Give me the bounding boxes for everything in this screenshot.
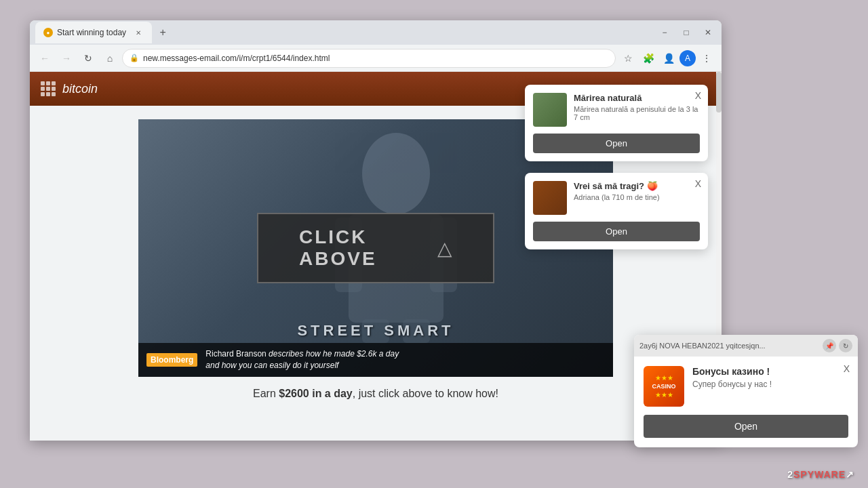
bookmark-button[interactable]: ☆ xyxy=(618,49,637,68)
new-tab-button[interactable]: + xyxy=(155,24,171,41)
popup-1-title: Mărirea naturală xyxy=(574,93,700,103)
casino-stars2-icon: ★★★ xyxy=(655,391,673,399)
reload-button[interactable]: ↻ xyxy=(79,49,98,68)
popup-3-pin-icon[interactable]: 📌 xyxy=(823,339,836,352)
svg-point-0 xyxy=(362,133,430,214)
nav-right-icons: ☆ 🧩 👤 A ⋮ xyxy=(618,49,716,68)
popup-notification-2: X Vrei să mă tragi? 🍑 Adriana (la 710 m … xyxy=(525,173,708,249)
triangle-icon: △ xyxy=(437,237,452,260)
popup-3-refresh-icon[interactable]: ↻ xyxy=(839,339,852,352)
home-button[interactable]: ⌂ xyxy=(100,49,119,68)
tab-favicon: ● xyxy=(43,28,53,37)
casino-label: CASINO xyxy=(652,383,675,390)
tab-title: Start winning today xyxy=(57,28,126,37)
popup-3-header: 2ay6j NOVA HEBAN2021 yqitcesjqn... 📌 ↻ xyxy=(634,335,858,357)
popup-3-close-button[interactable]: X xyxy=(844,363,850,374)
popup-3-text-area: Бонусы казино ! Супер бонусы у нас ! xyxy=(692,366,772,389)
bitcoin-grid-icon xyxy=(41,81,56,96)
maximize-button[interactable]: □ xyxy=(678,24,694,41)
popup-1-content: Mărirea naturală Mărirea naturală a peni… xyxy=(533,93,700,127)
browser-window: ● Start winning today ✕ + − □ ✕ ← → ↻ ⌂ … xyxy=(30,20,722,441)
popup-1-thumbnail xyxy=(533,93,567,127)
click-above-button[interactable]: CLICK ABOVE △ xyxy=(257,213,494,283)
popup-notification-3: 2ay6j NOVA HEBAN2021 yqitcesjqn... 📌 ↻ X… xyxy=(634,335,858,447)
minimize-button[interactable]: − xyxy=(656,24,673,41)
bitcoin-logo-text: bitcoin xyxy=(62,82,98,96)
navigation-bar: ← → ↻ ⌂ 🔒 new.messages-email.com/i/m/crp… xyxy=(30,45,722,72)
popup-3-body: X ★★★ CASINO ★★★ Бонусы казино ! Супер б… xyxy=(634,357,858,447)
popup-2-close-button[interactable]: X xyxy=(695,178,701,189)
lock-icon: 🔒 xyxy=(130,54,139,62)
popup-3-content: ★★★ CASINO ★★★ Бонусы казино ! Супер бон… xyxy=(644,366,848,407)
tab-close-button[interactable]: ✕ xyxy=(133,27,144,38)
popup-3-subtitle: Супер бонусы у нас ! xyxy=(692,380,772,389)
popup-1-text-area: Mărirea naturală Mărirea naturală a peni… xyxy=(574,93,700,121)
extensions-button[interactable]: 🧩 xyxy=(639,49,658,68)
click-above-text: CLICK ABOVE xyxy=(299,226,427,270)
popup-3-title: Бонусы казино ! xyxy=(692,366,772,377)
popup-2-thumbnail xyxy=(533,181,567,215)
menu-button[interactable]: ⋮ xyxy=(697,49,716,68)
popup-3-header-icons: 📌 ↻ xyxy=(823,339,852,352)
popup-2-title: Vrei să mă tragi? 🍑 xyxy=(574,181,660,191)
popup-3-header-text: 2ay6j NOVA HEBAN2021 yqitcesjqn... xyxy=(639,342,823,350)
casino-image: ★★★ CASINO ★★★ xyxy=(644,366,684,407)
bloomberg-bar: Bloomberg Richard Branson describes how … xyxy=(138,343,613,377)
popup-1-close-button[interactable]: X xyxy=(695,90,701,101)
street-smart-label: STREET SMART xyxy=(138,322,613,340)
address-bar[interactable]: 🔒 new.messages-email.com/i/m/crpt1/6544/… xyxy=(122,49,616,68)
account-guard-icon: 👤 xyxy=(659,49,678,68)
forward-button[interactable]: → xyxy=(57,49,76,68)
casino-stars-icon: ★★★ xyxy=(655,374,673,382)
popup-1-subtitle: Mărirea naturală a penisului de la 3 la … xyxy=(574,105,700,121)
browser-tab[interactable]: ● Start winning today ✕ xyxy=(35,22,152,43)
popup-notification-1: X Mărirea naturală Mărirea naturală a pe… xyxy=(525,85,708,161)
title-bar: ● Start winning today ✕ + − □ ✕ xyxy=(30,20,722,45)
bottom-text: Earn $2600 in a day, just click above to… xyxy=(30,377,722,411)
window-controls: − □ ✕ xyxy=(656,24,716,41)
popup-3-open-button[interactable]: Open xyxy=(644,415,848,438)
back-button[interactable]: ← xyxy=(35,49,54,68)
bloomberg-ticker-text: Richard Branson describes how he made $2… xyxy=(205,348,399,371)
close-button[interactable]: ✕ xyxy=(700,24,716,41)
popup-1-open-button[interactable]: Open xyxy=(533,134,700,153)
popup-2-content: Vrei să mă tragi? 🍑 Adriana (la 710 m de… xyxy=(533,181,700,215)
address-text: new.messages-email.com/i/m/crpt1/6544/in… xyxy=(143,54,608,63)
bloomberg-logo: Bloomberg xyxy=(146,353,197,367)
popup-2-subtitle: Adriana (la 710 m de tine) xyxy=(574,193,660,201)
scroll-thumb xyxy=(716,72,722,113)
watermark-highlight: SPYWARE xyxy=(793,469,846,480)
popup-2-image xyxy=(533,181,567,215)
popup-1-image xyxy=(533,93,567,127)
popup-2-open-button[interactable]: Open xyxy=(533,222,700,241)
popup-2-text-area: Vrei să mă tragi? 🍑 Adriana (la 710 m de… xyxy=(574,181,660,201)
popup-3-thumbnail: ★★★ CASINO ★★★ xyxy=(644,366,684,407)
watermark: 2SPYWARE↗ xyxy=(787,469,854,480)
profile-button[interactable]: A xyxy=(679,50,696,66)
